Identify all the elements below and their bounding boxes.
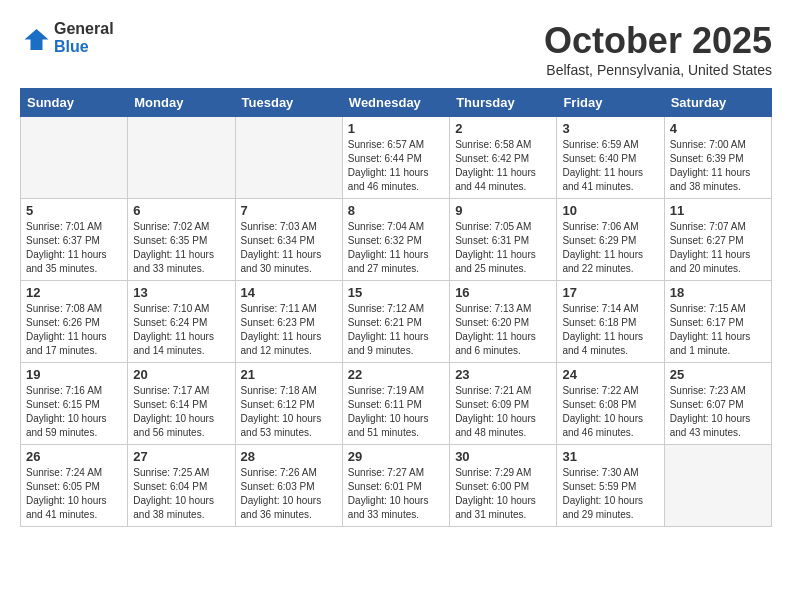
day-number: 9 bbox=[455, 203, 551, 218]
day-info: Sunrise: 7:25 AMSunset: 6:04 PMDaylight:… bbox=[133, 466, 229, 522]
day-info: Sunrise: 6:57 AMSunset: 6:44 PMDaylight:… bbox=[348, 138, 444, 194]
day-info: Sunrise: 7:15 AMSunset: 6:17 PMDaylight:… bbox=[670, 302, 766, 358]
calendar-cell: 6Sunrise: 7:02 AMSunset: 6:35 PMDaylight… bbox=[128, 199, 235, 281]
day-number: 16 bbox=[455, 285, 551, 300]
day-number: 5 bbox=[26, 203, 122, 218]
calendar-cell: 11Sunrise: 7:07 AMSunset: 6:27 PMDayligh… bbox=[664, 199, 771, 281]
logo: General Blue bbox=[20, 20, 114, 55]
day-info: Sunrise: 7:30 AMSunset: 5:59 PMDaylight:… bbox=[562, 466, 658, 522]
calendar-cell: 29Sunrise: 7:27 AMSunset: 6:01 PMDayligh… bbox=[342, 445, 449, 527]
calendar-cell: 12Sunrise: 7:08 AMSunset: 6:26 PMDayligh… bbox=[21, 281, 128, 363]
day-info: Sunrise: 6:58 AMSunset: 6:42 PMDaylight:… bbox=[455, 138, 551, 194]
day-number: 21 bbox=[241, 367, 337, 382]
calendar-cell: 21Sunrise: 7:18 AMSunset: 6:12 PMDayligh… bbox=[235, 363, 342, 445]
day-info: Sunrise: 7:23 AMSunset: 6:07 PMDaylight:… bbox=[670, 384, 766, 440]
calendar-week-5: 26Sunrise: 7:24 AMSunset: 6:05 PMDayligh… bbox=[21, 445, 772, 527]
header-row: Sunday Monday Tuesday Wednesday Thursday… bbox=[21, 89, 772, 117]
day-number: 8 bbox=[348, 203, 444, 218]
day-info: Sunrise: 7:06 AMSunset: 6:29 PMDaylight:… bbox=[562, 220, 658, 276]
day-number: 25 bbox=[670, 367, 766, 382]
day-number: 19 bbox=[26, 367, 122, 382]
calendar-week-4: 19Sunrise: 7:16 AMSunset: 6:15 PMDayligh… bbox=[21, 363, 772, 445]
day-number: 6 bbox=[133, 203, 229, 218]
calendar-cell bbox=[128, 117, 235, 199]
day-number: 26 bbox=[26, 449, 122, 464]
day-number: 23 bbox=[455, 367, 551, 382]
day-number: 15 bbox=[348, 285, 444, 300]
day-info: Sunrise: 7:22 AMSunset: 6:08 PMDaylight:… bbox=[562, 384, 658, 440]
day-info: Sunrise: 7:18 AMSunset: 6:12 PMDaylight:… bbox=[241, 384, 337, 440]
day-number: 24 bbox=[562, 367, 658, 382]
day-info: Sunrise: 7:24 AMSunset: 6:05 PMDaylight:… bbox=[26, 466, 122, 522]
day-info: Sunrise: 7:13 AMSunset: 6:20 PMDaylight:… bbox=[455, 302, 551, 358]
day-info: Sunrise: 7:14 AMSunset: 6:18 PMDaylight:… bbox=[562, 302, 658, 358]
calendar-cell: 4Sunrise: 7:00 AMSunset: 6:39 PMDaylight… bbox=[664, 117, 771, 199]
calendar-cell: 8Sunrise: 7:04 AMSunset: 6:32 PMDaylight… bbox=[342, 199, 449, 281]
day-info: Sunrise: 7:26 AMSunset: 6:03 PMDaylight:… bbox=[241, 466, 337, 522]
day-info: Sunrise: 7:21 AMSunset: 6:09 PMDaylight:… bbox=[455, 384, 551, 440]
day-number: 31 bbox=[562, 449, 658, 464]
calendar-week-3: 12Sunrise: 7:08 AMSunset: 6:26 PMDayligh… bbox=[21, 281, 772, 363]
logo-icon bbox=[20, 23, 50, 53]
day-number: 27 bbox=[133, 449, 229, 464]
day-info: Sunrise: 7:05 AMSunset: 6:31 PMDaylight:… bbox=[455, 220, 551, 276]
logo-general: General bbox=[54, 20, 114, 38]
day-number: 28 bbox=[241, 449, 337, 464]
calendar-cell: 25Sunrise: 7:23 AMSunset: 6:07 PMDayligh… bbox=[664, 363, 771, 445]
day-info: Sunrise: 7:08 AMSunset: 6:26 PMDaylight:… bbox=[26, 302, 122, 358]
day-info: Sunrise: 7:27 AMSunset: 6:01 PMDaylight:… bbox=[348, 466, 444, 522]
day-number: 2 bbox=[455, 121, 551, 136]
day-info: Sunrise: 7:07 AMSunset: 6:27 PMDaylight:… bbox=[670, 220, 766, 276]
day-info: Sunrise: 7:29 AMSunset: 6:00 PMDaylight:… bbox=[455, 466, 551, 522]
col-tuesday: Tuesday bbox=[235, 89, 342, 117]
calendar-cell: 5Sunrise: 7:01 AMSunset: 6:37 PMDaylight… bbox=[21, 199, 128, 281]
calendar-cell: 14Sunrise: 7:11 AMSunset: 6:23 PMDayligh… bbox=[235, 281, 342, 363]
day-number: 22 bbox=[348, 367, 444, 382]
col-wednesday: Wednesday bbox=[342, 89, 449, 117]
calendar-cell: 24Sunrise: 7:22 AMSunset: 6:08 PMDayligh… bbox=[557, 363, 664, 445]
day-info: Sunrise: 7:10 AMSunset: 6:24 PMDaylight:… bbox=[133, 302, 229, 358]
col-saturday: Saturday bbox=[664, 89, 771, 117]
calendar-cell: 27Sunrise: 7:25 AMSunset: 6:04 PMDayligh… bbox=[128, 445, 235, 527]
day-number: 14 bbox=[241, 285, 337, 300]
day-number: 18 bbox=[670, 285, 766, 300]
calendar-cell: 13Sunrise: 7:10 AMSunset: 6:24 PMDayligh… bbox=[128, 281, 235, 363]
day-info: Sunrise: 7:01 AMSunset: 6:37 PMDaylight:… bbox=[26, 220, 122, 276]
calendar-cell: 1Sunrise: 6:57 AMSunset: 6:44 PMDaylight… bbox=[342, 117, 449, 199]
calendar-week-1: 1Sunrise: 6:57 AMSunset: 6:44 PMDaylight… bbox=[21, 117, 772, 199]
day-number: 3 bbox=[562, 121, 658, 136]
col-sunday: Sunday bbox=[21, 89, 128, 117]
calendar-cell: 18Sunrise: 7:15 AMSunset: 6:17 PMDayligh… bbox=[664, 281, 771, 363]
calendar-cell: 10Sunrise: 7:06 AMSunset: 6:29 PMDayligh… bbox=[557, 199, 664, 281]
calendar-cell: 16Sunrise: 7:13 AMSunset: 6:20 PMDayligh… bbox=[450, 281, 557, 363]
calendar-cell bbox=[664, 445, 771, 527]
col-thursday: Thursday bbox=[450, 89, 557, 117]
calendar-cell: 9Sunrise: 7:05 AMSunset: 6:31 PMDaylight… bbox=[450, 199, 557, 281]
title-block: October 2025 Belfast, Pennsylvania, Unit… bbox=[544, 20, 772, 78]
day-number: 29 bbox=[348, 449, 444, 464]
calendar-cell: 30Sunrise: 7:29 AMSunset: 6:00 PMDayligh… bbox=[450, 445, 557, 527]
day-number: 11 bbox=[670, 203, 766, 218]
month-title: October 2025 bbox=[544, 20, 772, 62]
day-number: 30 bbox=[455, 449, 551, 464]
page-header: General Blue October 2025 Belfast, Penns… bbox=[20, 20, 772, 78]
calendar-cell: 2Sunrise: 6:58 AMSunset: 6:42 PMDaylight… bbox=[450, 117, 557, 199]
calendar-cell: 19Sunrise: 7:16 AMSunset: 6:15 PMDayligh… bbox=[21, 363, 128, 445]
calendar-cell: 7Sunrise: 7:03 AMSunset: 6:34 PMDaylight… bbox=[235, 199, 342, 281]
calendar-cell: 3Sunrise: 6:59 AMSunset: 6:40 PMDaylight… bbox=[557, 117, 664, 199]
day-info: Sunrise: 7:12 AMSunset: 6:21 PMDaylight:… bbox=[348, 302, 444, 358]
day-info: Sunrise: 7:16 AMSunset: 6:15 PMDaylight:… bbox=[26, 384, 122, 440]
calendar-week-2: 5Sunrise: 7:01 AMSunset: 6:37 PMDaylight… bbox=[21, 199, 772, 281]
calendar-cell: 31Sunrise: 7:30 AMSunset: 5:59 PMDayligh… bbox=[557, 445, 664, 527]
calendar-table: Sunday Monday Tuesday Wednesday Thursday… bbox=[20, 88, 772, 527]
col-friday: Friday bbox=[557, 89, 664, 117]
calendar-cell: 15Sunrise: 7:12 AMSunset: 6:21 PMDayligh… bbox=[342, 281, 449, 363]
day-number: 4 bbox=[670, 121, 766, 136]
calendar-cell: 28Sunrise: 7:26 AMSunset: 6:03 PMDayligh… bbox=[235, 445, 342, 527]
day-info: Sunrise: 7:02 AMSunset: 6:35 PMDaylight:… bbox=[133, 220, 229, 276]
day-info: Sunrise: 6:59 AMSunset: 6:40 PMDaylight:… bbox=[562, 138, 658, 194]
svg-marker-0 bbox=[25, 29, 49, 50]
day-number: 20 bbox=[133, 367, 229, 382]
day-number: 17 bbox=[562, 285, 658, 300]
calendar-cell bbox=[235, 117, 342, 199]
